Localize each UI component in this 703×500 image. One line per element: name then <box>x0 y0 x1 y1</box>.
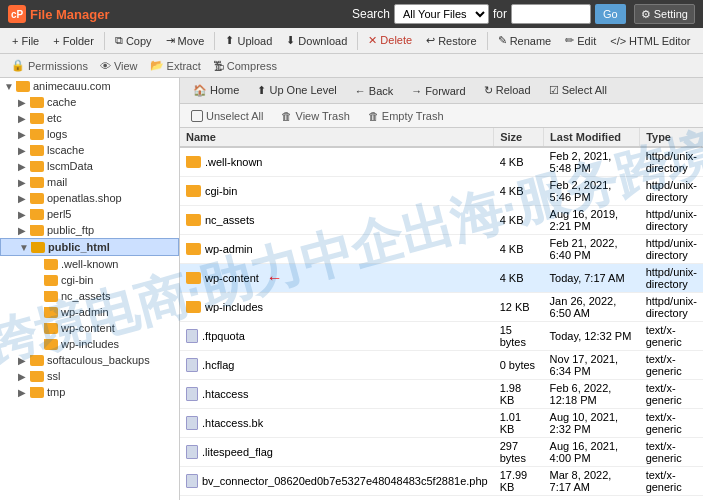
move-label: Move <box>178 35 205 47</box>
table-row[interactable]: .ftpquota15 bytesToday, 12:32 PMtext/x-g… <box>180 322 703 351</box>
sidebar-item[interactable]: ▶tmp <box>0 384 179 400</box>
sidebar-item[interactable]: wp-admin <box>0 304 179 320</box>
sidebar-toggle-icon: ▶ <box>18 97 28 108</box>
file-type: httpd/unix-directory <box>640 206 703 235</box>
file-size: 1.98 KB <box>494 380 544 409</box>
table-row[interactable]: .htaccess.bk1.01 KBAug 10, 2021, 2:32 PM… <box>180 409 703 438</box>
sidebar-item[interactable]: ▶lscache <box>0 142 179 158</box>
table-row[interactable]: wp-admin4 KBFeb 21, 2022, 6:40 PMhttpd/u… <box>180 235 703 264</box>
for-label: for <box>493 7 507 21</box>
main-area: ▼animecauu.com▶cache▶etc▶logs▶lscache▶ls… <box>0 78 703 500</box>
sidebar-item[interactable]: ▶ssl <box>0 368 179 384</box>
search-go-button[interactable]: Go <box>595 4 626 24</box>
reload-button[interactable]: ↻ Reload <box>477 81 538 101</box>
view-trash-button[interactable]: 🗑 View Trash <box>276 106 354 126</box>
sidebar-item[interactable]: wp-includes <box>0 336 179 352</box>
toolbar-sep-1 <box>104 32 105 50</box>
table-row[interactable]: bv_connector_fb251c518b29283ac0023f3d95f… <box>180 496 703 501</box>
sidebar-item-label: mail <box>47 176 67 188</box>
new-file-button[interactable]: + File <box>6 30 45 52</box>
col-header-name[interactable]: Name <box>180 128 494 147</box>
sidebar-item[interactable]: cgi-bin <box>0 272 179 288</box>
html-editor-button[interactable]: </> HTML Editor <box>604 30 696 52</box>
upload-button[interactable]: ⬆ Upload <box>219 30 278 52</box>
extract-button[interactable]: 📂 Extract <box>145 56 206 76</box>
file-table-container: Name Size Last Modified Type .well-known… <box>180 128 703 500</box>
up-one-level-button[interactable]: ⬆ Up One Level <box>250 81 343 101</box>
view-button[interactable]: 👁 View <box>95 56 143 76</box>
delete-button[interactable]: ✕ Delete <box>362 30 418 52</box>
table-row[interactable]: .litespeed_flag297 bytesAug 16, 2021, 4:… <box>180 438 703 467</box>
extract-label: Extract <box>167 60 201 72</box>
sidebar-item[interactable]: ▶mail <box>0 174 179 190</box>
sidebar-item-label: etc <box>47 112 62 124</box>
table-row[interactable]: wp-includes12 KBJan 26, 2022, 6:50 AMhtt… <box>180 293 703 322</box>
sidebar-item[interactable]: ▼public_html <box>0 238 179 256</box>
sidebar-item[interactable]: ▶logs <box>0 126 179 142</box>
table-row[interactable]: cgi-bin4 KBFeb 2, 2021, 5:46 PMhttpd/uni… <box>180 177 703 206</box>
compress-button[interactable]: 🗜 Compress <box>208 56 282 76</box>
file-size: 17.99 KB <box>494 496 544 501</box>
folder-icon <box>44 307 58 318</box>
file-panel: 🏠 Home ⬆ Up One Level ← Back → Forward ↻… <box>180 78 703 500</box>
sidebar-item[interactable]: ▶perl5 <box>0 206 179 222</box>
move-icon: ⇥ <box>166 34 175 47</box>
restore-icon: ↩ <box>426 34 435 47</box>
file-name-cell: .htaccess <box>180 380 494 409</box>
folder-icon <box>30 387 44 398</box>
nav-bar: 🏠 Home ⬆ Up One Level ← Back → Forward ↻… <box>180 78 703 104</box>
back-button[interactable]: ← Back <box>348 81 401 101</box>
sidebar-item-label: public_html <box>48 241 110 253</box>
rename-button[interactable]: ✎ Rename <box>492 30 558 52</box>
html-editor-label: HTML Editor <box>629 35 690 47</box>
move-button[interactable]: ⇥ Move <box>160 30 211 52</box>
select-all-button[interactable]: ☑ Select All <box>542 81 614 101</box>
sidebar-item[interactable]: ▶public_ftp <box>0 222 179 238</box>
table-row[interactable]: .hcflag0 bytesNov 17, 2021, 6:34 PMtext/… <box>180 351 703 380</box>
sidebar-item[interactable]: .well-known <box>0 256 179 272</box>
sidebar-item-label: public_ftp <box>47 224 94 236</box>
table-row[interactable]: .htaccess1.98 KBFeb 6, 2022, 12:18 PMtex… <box>180 380 703 409</box>
col-header-modified[interactable]: Last Modified <box>544 128 640 147</box>
folder-icon <box>44 275 58 286</box>
file-size: 297 bytes <box>494 438 544 467</box>
sidebar-item[interactable]: ▼animecauu.com <box>0 78 179 94</box>
extract-icon: 📂 <box>150 59 164 72</box>
search-type-dropdown[interactable]: All Your Files File Names File Contents <box>394 4 489 24</box>
unselect-all-button[interactable]: Unselect All <box>186 106 268 126</box>
edit-button[interactable]: ✏ Edit <box>559 30 602 52</box>
col-header-size[interactable]: Size <box>494 128 544 147</box>
sidebar-item[interactable]: ▶cache <box>0 94 179 110</box>
sidebar-item[interactable]: ▶softaculous_backups <box>0 352 179 368</box>
copy-button[interactable]: ⧉ Copy <box>109 30 158 52</box>
restore-button[interactable]: ↩ Restore <box>420 30 483 52</box>
file-name-cell: .ftpquota <box>180 322 494 351</box>
empty-trash-button[interactable]: 🗑 Empty Trash <box>363 106 449 126</box>
forward-button[interactable]: → Forward <box>404 81 472 101</box>
new-folder-button[interactable]: + Folder <box>47 30 100 52</box>
file-type: text/x-generic <box>640 409 703 438</box>
permissions-button[interactable]: 🔒 Permissions <box>6 56 93 76</box>
file-name-cell: .litespeed_flag <box>180 438 494 467</box>
table-row[interactable]: bv_connector_08620ed0b7e5327e48048483c5f… <box>180 467 703 496</box>
sidebar-item[interactable]: wp-content <box>0 320 179 336</box>
table-row[interactable]: nc_assets4 KBAug 16, 2019, 2:21 PMhttpd/… <box>180 206 703 235</box>
download-button[interactable]: ⬇ Download <box>280 30 353 52</box>
folder-icon <box>186 272 201 284</box>
sidebar-item[interactable]: ▶openatlas.shop <box>0 190 179 206</box>
unselect-all-label: Unselect All <box>206 110 263 122</box>
folder-icon <box>186 156 201 168</box>
html-editor-icon: </> <box>610 35 626 47</box>
sidebar-item[interactable]: ▶etc <box>0 110 179 126</box>
settings-button[interactable]: ⚙ Setting <box>634 4 695 24</box>
col-header-type[interactable]: Type <box>640 128 703 147</box>
table-row[interactable]: .well-known4 KBFeb 2, 2021, 5:48 PMhttpd… <box>180 147 703 177</box>
home-button[interactable]: 🏠 Home <box>186 81 246 101</box>
rename-label: Rename <box>510 35 552 47</box>
table-row[interactable]: wp-content←4 KBToday, 7:17 AMhttpd/unix-… <box>180 264 703 293</box>
sidebar-item[interactable]: nc_assets <box>0 288 179 304</box>
toolbar-secondary: 🔒 Permissions 👁 View 📂 Extract 🗜 Compres… <box>0 54 703 78</box>
file-size: 12 KB <box>494 293 544 322</box>
search-input[interactable] <box>511 4 591 24</box>
sidebar-item[interactable]: ▶lscmData <box>0 158 179 174</box>
